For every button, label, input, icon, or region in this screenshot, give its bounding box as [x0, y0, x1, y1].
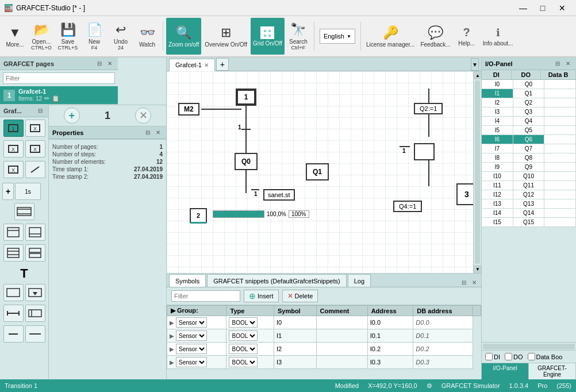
sym-i0-type-select[interactable]: BOOL — [229, 317, 258, 328]
snippets-tab[interactable]: GRAFCET snippets (DefaultGrafcetSnippets… — [207, 274, 347, 287]
delete-symbol-button[interactable]: ✕ Delete — [282, 290, 318, 302]
symbols-tab[interactable]: Symbols — [169, 274, 206, 287]
io-i3[interactable]: I3 — [482, 107, 513, 116]
remove-page-button[interactable]: ✕ — [135, 107, 151, 124]
io-q10[interactable]: Q10 — [513, 172, 545, 180]
tool-diag-btn[interactable] — [25, 161, 45, 178]
q2-action[interactable]: Q2:=1 — [414, 103, 443, 114]
panel-close-button[interactable]: ✕ — [105, 59, 114, 68]
tool-line-btn[interactable] — [25, 325, 45, 343]
tool-trans1-btn[interactable] — [3, 224, 24, 241]
close-button[interactable]: ✕ — [553, 1, 571, 15]
canvas-menu-button[interactable]: ▼ — [471, 58, 479, 71]
zoom-button[interactable]: 🔍 Zoom on/off — [166, 18, 201, 55]
tool-panel-float[interactable]: ⊟ — [36, 106, 45, 116]
q0-step[interactable]: Q0 — [235, 153, 258, 170]
panel-float-button[interactable]: ⊟ — [95, 59, 104, 68]
checkbox-di[interactable]: DI — [485, 353, 500, 360]
tool-rect-btn[interactable] — [3, 284, 24, 301]
add-tab-button[interactable]: + — [216, 58, 229, 71]
symbols-close-btn[interactable]: ✕ — [470, 278, 479, 287]
io-q12[interactable]: Q12 — [513, 190, 545, 199]
scroll-up-button[interactable]: ▲ — [474, 71, 481, 79]
io-q11[interactable]: Q11 — [513, 181, 545, 190]
sym-i2-type-select[interactable]: BOOL — [229, 344, 258, 354]
io-i7[interactable]: I7 — [482, 144, 513, 153]
do-checkbox-input[interactable] — [505, 353, 512, 360]
maximize-button[interactable]: □ — [533, 1, 552, 15]
databoo-checkbox-input[interactable] — [528, 353, 535, 360]
di-checkbox-input[interactable] — [485, 353, 493, 360]
new-button[interactable]: 📄 New F4 — [82, 18, 107, 55]
expand-icon[interactable]: ▶ — [170, 320, 174, 326]
tool-step-btn[interactable]: 1 — [3, 120, 24, 137]
tab-close-button[interactable]: ✕ — [204, 62, 209, 68]
checkbox-do[interactable]: DO — [505, 353, 523, 360]
open-button[interactable]: 📂 Open... CTRL+O — [29, 18, 54, 55]
io-i9[interactable]: I9 — [482, 163, 513, 171]
grafcet-filter-input[interactable] — [3, 72, 115, 84]
expand-icon-i2[interactable]: ▶ — [170, 346, 174, 352]
io-i8[interactable]: I8 — [482, 153, 513, 162]
more-button[interactable]: ▼ More... — [2, 18, 28, 55]
symbol-row-i2[interactable]: ▶ Sensor BOOL I2 I0.2 D0.2 — [167, 343, 481, 356]
tool-down-btn[interactable] — [25, 284, 45, 301]
language-selector[interactable]: English ▼ — [320, 29, 355, 44]
tool-macro-step-btn[interactable] — [14, 203, 34, 220]
io-q8[interactable]: Q8 — [513, 153, 545, 162]
io-i2[interactable]: I2 — [482, 98, 513, 107]
io-q6[interactable]: Q6 — [513, 135, 545, 144]
info-button[interactable]: ℹ Info about... — [481, 18, 516, 55]
minimize-button[interactable]: — — [514, 1, 532, 15]
sym-i1-group-select[interactable]: Sensor — [176, 330, 207, 341]
canvas[interactable]: 1 M2 1 Q0 — [167, 71, 481, 273]
io-q15[interactable]: Q15 — [513, 218, 545, 226]
symbol-row-i3[interactable]: ▶ Sensor BOOL I3 I0.3 D0.3 — [167, 356, 481, 369]
overview-button[interactable]: ⊞ Overview On/Off — [202, 18, 249, 55]
io-i0[interactable]: I0 — [482, 80, 513, 89]
add-page-button[interactable]: + — [64, 107, 80, 124]
symbols-filter-input[interactable] — [171, 290, 240, 302]
io-i1[interactable]: I1 — [482, 89, 513, 98]
log-tab[interactable]: Log — [348, 274, 371, 287]
sym-i3-type-select[interactable]: BOOL — [229, 357, 258, 367]
tool-conn-btn[interactable] — [3, 305, 24, 322]
insert-symbol-button[interactable]: ⊕ Insert — [244, 290, 279, 302]
scroll-down-button[interactable]: ▼ — [474, 265, 481, 273]
io-q14[interactable]: Q14 — [513, 209, 545, 217]
sym-i3-group-select[interactable]: Sensor — [176, 357, 207, 367]
q1-step[interactable]: Q1 — [306, 163, 329, 180]
io-close-btn[interactable]: ✕ — [563, 59, 573, 68]
sym-i1-type-select[interactable]: BOOL — [229, 330, 258, 341]
grafcet-engine-tab[interactable]: GRAFCET-Engine — [529, 363, 576, 379]
tool-minus-btn[interactable]: — — [3, 325, 24, 343]
sanet-action[interactable]: sanet.st — [263, 189, 295, 201]
io-q1[interactable]: Q1 — [513, 89, 545, 98]
io-i6[interactable]: I6 — [482, 135, 513, 144]
sym-i2-group-select[interactable]: Sensor — [176, 344, 207, 354]
canvas-scrollbar-v[interactable]: ▲ ▼ — [473, 71, 481, 273]
io-i10[interactable]: I10 — [482, 172, 513, 180]
search-button[interactable]: 🔭 Search Ctrl+F — [286, 18, 311, 55]
feedback-button[interactable]: 💬 Feedback... — [418, 18, 452, 55]
tool-trans2-btn[interactable] — [25, 224, 45, 241]
tool-x3-btn[interactable]: X — [3, 161, 24, 178]
tool-trans3-btn[interactable] — [3, 244, 24, 262]
symbol-row-i0[interactable]: ▶ Sensor BOOL I0 I0.0 D0.0 — [167, 316, 481, 329]
io-q7[interactable]: Q7 — [513, 144, 545, 153]
io-float-btn[interactable]: ⊟ — [553, 59, 562, 68]
grid-button[interactable]: Grid On/Off — [251, 18, 285, 55]
tool-x-btn[interactable]: X — [3, 140, 24, 157]
canvas-tab-grafcet1[interactable]: Grafcet-1 ✕ — [169, 59, 215, 71]
io-q13[interactable]: Q13 — [513, 199, 545, 208]
tool-time-btn[interactable]: 1s — [15, 183, 41, 200]
io-i13[interactable]: I13 — [482, 199, 513, 208]
tool-x2-btn[interactable]: X — [25, 140, 45, 157]
symbols-float-btn[interactable]: ⊟ — [459, 278, 469, 287]
sym-i0-group-select[interactable]: Sensor — [176, 317, 207, 328]
io-q4[interactable]: Q4 — [513, 117, 545, 125]
watch-button[interactable]: 👓 Watch — [135, 18, 160, 55]
undo-button[interactable]: ↩ Undo 24 — [108, 18, 133, 55]
io-q3[interactable]: Q3 — [513, 107, 545, 116]
expand-icon-i1[interactable]: ▶ — [170, 333, 174, 339]
